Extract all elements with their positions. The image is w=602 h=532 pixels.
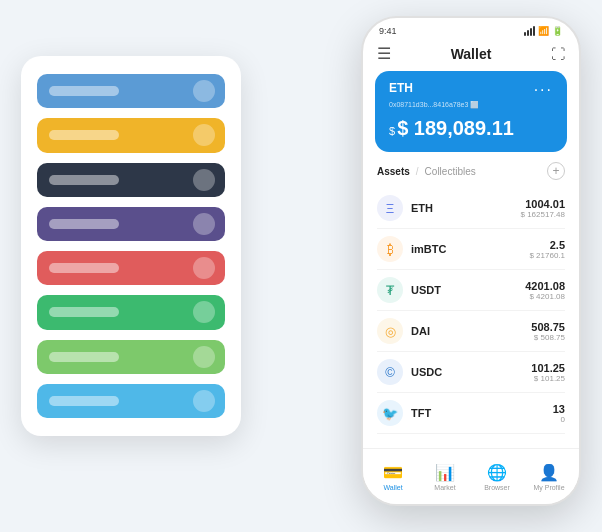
bar-inner [49, 352, 119, 362]
asset-values: 2.5 $ 21760.1 [529, 239, 565, 260]
nav-icon-market: 📊 [435, 463, 455, 482]
bar-inner [49, 86, 119, 96]
tab-collectibles[interactable]: Collectibles [425, 166, 476, 177]
asset-usd: 0 [553, 415, 565, 424]
scan-icon[interactable]: ⛶ [551, 46, 565, 62]
nav-label-market: Market [434, 484, 455, 491]
asset-amount: 1004.01 [521, 198, 566, 210]
color-bar-red [37, 251, 225, 285]
wallet-card-top: ETH ··· [389, 81, 553, 99]
phone-mockup: 9:41 📶 🔋 ☰ Wallet ⛶ [361, 16, 581, 506]
asset-name-usdt: USDT [411, 284, 441, 296]
color-bar-lightgreen [37, 340, 225, 374]
asset-usd: $ 101.25 [531, 374, 565, 383]
asset-icon-dai: ◎ [377, 318, 403, 344]
bar-icon [193, 213, 215, 235]
color-bar-purple [37, 207, 225, 241]
asset-row-usdc[interactable]: © USDC 101.25 $ 101.25 [377, 352, 565, 393]
bar-icon [193, 80, 215, 102]
bottom-nav: 💳 Wallet 📊 Market 🌐 Browser 👤 My Profile [363, 448, 579, 504]
menu-icon[interactable]: ☰ [377, 44, 391, 63]
wallet-card-amount: $$ 189,089.11 [389, 117, 553, 140]
nav-icon-wallet: 💳 [383, 463, 403, 482]
asset-name-dai: DAI [411, 325, 430, 337]
bar-icon [193, 257, 215, 279]
bar-inner [49, 396, 119, 406]
bar-inner [49, 263, 119, 273]
status-time: 9:41 [379, 26, 397, 36]
wallet-card-label: ETH [389, 81, 413, 95]
wallet-card-address: 0x08711d3b...8416a78e3 ⬜ [389, 101, 553, 109]
asset-values: 4201.08 $ 4201.08 [525, 280, 565, 301]
wallet-card-options[interactable]: ··· [534, 81, 553, 99]
asset-row-imbtc[interactable]: ₿ imBTC 2.5 $ 21760.1 [377, 229, 565, 270]
scene: 9:41 📶 🔋 ☰ Wallet ⛶ [21, 16, 581, 516]
asset-amount: 508.75 [531, 321, 565, 333]
tab-divider: / [416, 166, 419, 177]
asset-usd: $ 21760.1 [529, 251, 565, 260]
bar-inner [49, 175, 119, 185]
phone-content: 9:41 📶 🔋 ☰ Wallet ⛶ [363, 18, 579, 448]
asset-usd: $ 508.75 [531, 333, 565, 342]
wallet-card: ETH ··· 0x08711d3b...8416a78e3 ⬜ $$ 189,… [375, 71, 567, 152]
asset-row-usdt[interactable]: ₮ USDT 4201.08 $ 4201.08 [377, 270, 565, 311]
nav-label-wallet: Wallet [383, 484, 402, 491]
color-bar-green [37, 295, 225, 329]
color-bar-blue [37, 74, 225, 108]
left-panel [21, 56, 241, 436]
asset-values: 101.25 $ 101.25 [531, 362, 565, 383]
asset-left: 🐦 TFT [377, 400, 431, 426]
bar-inner [49, 130, 119, 140]
asset-amount: 101.25 [531, 362, 565, 374]
asset-left: © USDC [377, 359, 442, 385]
color-bar-skyblue [37, 384, 225, 418]
asset-left: ₮ USDT [377, 277, 441, 303]
asset-row-dai[interactable]: ◎ DAI 508.75 $ 508.75 [377, 311, 565, 352]
bar-inner [49, 219, 119, 229]
assets-tabs: Assets / Collectibles [377, 166, 476, 177]
add-asset-button[interactable]: + [547, 162, 565, 180]
page-title: Wallet [451, 46, 492, 62]
wifi-icon: 📶 [538, 26, 549, 36]
status-bar: 9:41 📶 🔋 [363, 18, 579, 40]
asset-left: Ξ ETH [377, 195, 433, 221]
tab-assets[interactable]: Assets [377, 166, 410, 177]
color-bar-dark [37, 163, 225, 197]
nav-item-market[interactable]: 📊 Market [419, 463, 471, 491]
bar-icon [193, 301, 215, 323]
asset-values: 508.75 $ 508.75 [531, 321, 565, 342]
nav-label-my-profile: My Profile [533, 484, 564, 491]
asset-row-tft[interactable]: 🐦 TFT 13 0 [377, 393, 565, 434]
bar-icon [193, 169, 215, 191]
nav-icon-my-profile: 👤 [539, 463, 559, 482]
nav-item-wallet[interactable]: 💳 Wallet [367, 463, 419, 491]
asset-name-eth: ETH [411, 202, 433, 214]
asset-list: Ξ ETH 1004.01 $ 162517.48 ₿ imBTC 2.5 $ … [363, 188, 579, 434]
bar-icon [193, 390, 215, 412]
bar-icon [193, 124, 215, 146]
battery-icon: 🔋 [552, 26, 563, 36]
asset-amount: 4201.08 [525, 280, 565, 292]
asset-icon-usdt: ₮ [377, 277, 403, 303]
asset-icon-usdc: © [377, 359, 403, 385]
nav-item-my-profile[interactable]: 👤 My Profile [523, 463, 575, 491]
asset-left: ₿ imBTC [377, 236, 446, 262]
signal-icon [524, 26, 535, 36]
asset-row-eth[interactable]: Ξ ETH 1004.01 $ 162517.48 [377, 188, 565, 229]
asset-icon-eth: Ξ [377, 195, 403, 221]
asset-name-tft: TFT [411, 407, 431, 419]
asset-amount: 13 [553, 403, 565, 415]
asset-icon-imbtc: ₿ [377, 236, 403, 262]
status-icons: 📶 🔋 [524, 26, 563, 36]
asset-name-usdc: USDC [411, 366, 442, 378]
bar-inner [49, 307, 119, 317]
phone-header: ☰ Wallet ⛶ [363, 40, 579, 71]
asset-values: 13 0 [553, 403, 565, 424]
asset-usd: $ 4201.08 [525, 292, 565, 301]
nav-item-browser[interactable]: 🌐 Browser [471, 463, 523, 491]
bar-icon [193, 346, 215, 368]
asset-amount: 2.5 [529, 239, 565, 251]
asset-left: ◎ DAI [377, 318, 430, 344]
assets-header: Assets / Collectibles + [363, 162, 579, 188]
asset-name-imbtc: imBTC [411, 243, 446, 255]
